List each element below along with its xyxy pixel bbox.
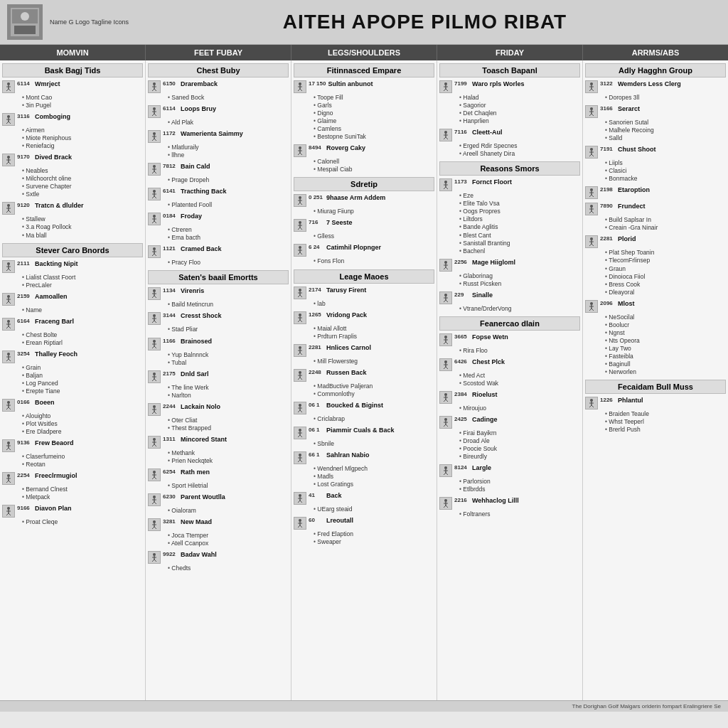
exercise-icon xyxy=(439,178,452,191)
exercise-header: 06 1Boucked & Biginst xyxy=(294,402,434,414)
exercise-icon xyxy=(2,80,15,93)
exercise-entry: 6114WmrjectMont Cao3in Pugel xyxy=(2,80,143,109)
exercise-entry: 3281New MaadJoca TtemperAtell Ccanpox xyxy=(148,518,289,547)
exercise-name: Comboging xyxy=(35,113,70,121)
detail-item: Foltraners xyxy=(459,510,580,518)
exercise-header: 2175Dnld Sarl xyxy=(148,370,289,383)
exercise-entry: 0184FrodayCtrerenEma bacth xyxy=(148,213,289,242)
exercise-name: Loops Bruy xyxy=(181,105,216,113)
svg-line-177 xyxy=(298,295,300,297)
detail-item: Atell Ccanpox xyxy=(168,540,289,547)
exercise-entry: 66 1Sahlran NabioWendnerl MlgpechMadlsLo… xyxy=(294,451,434,488)
svg-line-32 xyxy=(6,301,9,304)
exercise-name: Frew Beaord xyxy=(35,439,74,447)
svg-line-192 xyxy=(298,378,300,380)
exercise-header: 0166Boeen xyxy=(2,399,143,412)
detail-item: 3.a Roag Pollock xyxy=(22,223,143,231)
svg-line-268 xyxy=(446,473,448,475)
section-title-4-0: Adly Hagghn Group xyxy=(585,63,726,77)
exercise-icon xyxy=(148,370,161,383)
svg-point-79 xyxy=(153,165,156,168)
exercise-number: 9136 xyxy=(17,439,33,446)
detail-item: 3in Pugel xyxy=(22,102,143,109)
detail-item: llhne xyxy=(168,151,289,159)
svg-point-274 xyxy=(590,82,593,85)
svg-line-7 xyxy=(6,89,9,91)
detail-item: lab xyxy=(314,300,434,308)
detail-item: Graun xyxy=(605,265,726,273)
svg-line-308 xyxy=(592,309,594,311)
exercise-icon xyxy=(294,402,306,414)
exercise-number: 2096 xyxy=(600,300,616,306)
svg-line-87 xyxy=(152,196,154,198)
exercise-icon xyxy=(2,350,15,363)
exercise-name: Catimhil Plopnger xyxy=(326,244,381,252)
exercise-entry: 1173Fornct FloortEzeElite Talo VsaOogs P… xyxy=(439,178,580,255)
exercise-details: Sbnile xyxy=(294,440,434,448)
exercise-icon xyxy=(148,80,161,93)
exercise-header: 0 2519haase Arm Addem xyxy=(294,194,434,207)
header-top: Name G Logo Tagline Icons AITEH APOPE PI… xyxy=(0,0,728,45)
exercise-name: Mincored Stant xyxy=(181,436,227,444)
exercise-name: Fopse Wetn xyxy=(472,333,508,341)
column-0: Bask Bagj Tids6114WmrjectMont Cao3in Pug… xyxy=(0,60,146,700)
exercise-icon xyxy=(148,287,161,300)
exercise-number: 2175 xyxy=(163,370,178,377)
detail-item: Fred Elaption xyxy=(314,530,434,538)
exercise-number: 3144 xyxy=(163,312,178,318)
exercise-details: Platented Fooll xyxy=(148,201,289,209)
detail-item: Nerworlen xyxy=(605,368,726,376)
exercise-number: 06 1 xyxy=(309,427,324,433)
section-title-2-1: Sdretip xyxy=(294,177,434,191)
exercise-number: 1134 xyxy=(163,287,178,294)
svg-line-258 xyxy=(446,400,448,402)
svg-line-193 xyxy=(300,378,302,380)
svg-line-157 xyxy=(298,153,300,155)
exercise-details: MethankPrien Neckqtek xyxy=(148,449,289,465)
exercise-number: 6150 xyxy=(163,80,178,87)
exercise-details: Wendnerl MlgpechMadlsLost Gratings xyxy=(294,465,434,488)
svg-point-214 xyxy=(299,519,301,522)
exercise-details: Foltraners xyxy=(439,510,580,518)
svg-line-272 xyxy=(444,505,446,508)
exercise-number: 66 1 xyxy=(309,451,324,458)
exercise-entry: 06 1Piammir Cuals & BackSbnile xyxy=(294,427,434,448)
exercise-icon xyxy=(585,80,598,93)
exercise-number: 6114 xyxy=(17,80,33,87)
logo-box xyxy=(7,4,43,40)
section-title-0-1: Stever Caro Bnords xyxy=(2,243,143,257)
footer: The Dorighan Golf Malgars orlderin fompa… xyxy=(0,700,728,712)
exercise-header: 6230Parent Woutlla xyxy=(148,493,289,506)
exercise-header: 2256Mage Hiigloml xyxy=(439,259,580,272)
detail-item: Oter Cliat xyxy=(168,417,289,424)
exercise-header: 7199Waro rpls Worles xyxy=(439,80,580,93)
exercise-name: Dived Brack xyxy=(35,154,72,161)
detail-item: Halad xyxy=(459,94,580,102)
exercise-entry: 2254FreeclrmugiolBernand ClnestMletpack xyxy=(2,472,143,501)
svg-line-98 xyxy=(154,254,156,256)
exercise-entry: 8494Roverg CakyCalonellMespail Ciab xyxy=(294,144,434,173)
svg-line-248 xyxy=(446,342,448,344)
svg-line-153 xyxy=(300,89,302,91)
exercise-icon xyxy=(2,472,15,485)
svg-line-152 xyxy=(298,89,300,91)
exercise-name: Aamoallen xyxy=(35,293,68,301)
section-title-2-0: Fitinnasced Empare xyxy=(294,63,434,77)
svg-point-234 xyxy=(444,261,447,264)
exercise-name: Chust Shoot xyxy=(618,146,656,154)
exercise-details: NeablesMilchoorcht olineSurvene ChapterS… xyxy=(2,167,143,198)
exercise-header: 3122Wemders Less Clerg xyxy=(585,80,726,93)
exercise-details: Oialoram xyxy=(148,507,289,515)
exercise-entry: 9166Diavon PlanProat Cleqe xyxy=(2,505,143,526)
exercise-icon xyxy=(148,163,161,176)
exercise-number: 2111 xyxy=(17,260,33,267)
svg-point-174 xyxy=(299,289,301,291)
exercise-details: Proat Cleqe xyxy=(2,518,143,526)
col-header-4: ARRMS/ABS xyxy=(583,45,728,60)
exercise-entry: 06 1Boucked & BiginstCriclabrap xyxy=(294,402,434,423)
exercise-number: 229 xyxy=(454,291,470,298)
exercise-details: Med ActScostod Wak xyxy=(439,372,580,387)
exercise-number: 2281 xyxy=(309,344,324,350)
svg-point-204 xyxy=(299,454,301,456)
exercise-number: 6426 xyxy=(454,358,470,365)
